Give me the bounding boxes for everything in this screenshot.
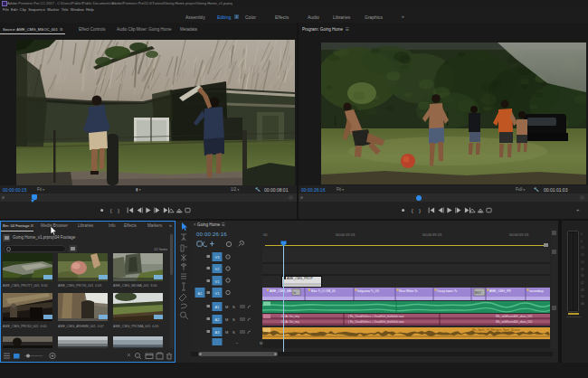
svg-text:A1: A1	[215, 305, 221, 309]
svg-text:| Rx_DeadVolters + DeadVolt_bl: | Rx_DeadVolters + DeadVolt_blahblah.wav	[348, 320, 404, 324]
svg-text:M: M	[225, 317, 228, 322]
svg-text:V2: V2	[215, 267, 221, 271]
svg-text:AME_CMG_PR: AME_CMG_PR	[489, 289, 511, 293]
svg-text:| Rx_DeadVolters + DeadVolt_bl: | Rx_DeadVolters + DeadVolt_blahblah.wav	[348, 314, 404, 317]
svg-text:Intiguana Ti_O5: Intiguana Ti_O5	[357, 289, 379, 293]
svg-text:Crazy tower Tc: Crazy tower Tc	[437, 289, 458, 293]
svg-text:S: S	[232, 305, 235, 309]
svg-text:fx: fx	[294, 290, 297, 294]
svg-text:S: S	[232, 330, 235, 335]
svg-text:A1: A1	[198, 291, 204, 296]
svg-text:M: M	[225, 330, 228, 335]
svg-text:S: S	[232, 317, 235, 322]
svg-text:V1: V1	[215, 291, 221, 296]
svg-text:Mu_Spirit_Of_Western_Sarrt_30.: Mu_Spirit_Of_Western_Sarrt_30.wav	[472, 328, 520, 332]
svg-text:Wk_wildSound06_aban_001: Wk_wildSound06_aban_001	[496, 320, 533, 324]
svg-text:M: M	[225, 305, 228, 309]
svg-text:A3: A3	[215, 330, 221, 335]
svg-text:A2: A2	[215, 317, 221, 322]
svg-text:Wk_wildSound06_aban_001: Wk_wildSound06_aban_001	[496, 314, 533, 317]
svg-text:V3: V3	[215, 255, 221, 260]
svg-text:}: }	[419, 208, 421, 213]
svg-text:}: }	[118, 208, 119, 213]
svg-text:{: {	[110, 208, 112, 213]
svg-text:MGT: MGT	[475, 290, 481, 294]
svg-text:Nice White Tc: Nice White Tc	[399, 289, 418, 293]
svg-text:AME_CMG_MED: AME_CMG_MED	[270, 289, 294, 293]
svg-text:V1: V1	[215, 279, 221, 284]
svg-text:secondary: secondary	[529, 289, 544, 293]
svg-text:{: {	[412, 208, 413, 213]
svg-text:Bike Ti_O.OM_05: Bike Ti_O.OM_05	[311, 289, 336, 293]
